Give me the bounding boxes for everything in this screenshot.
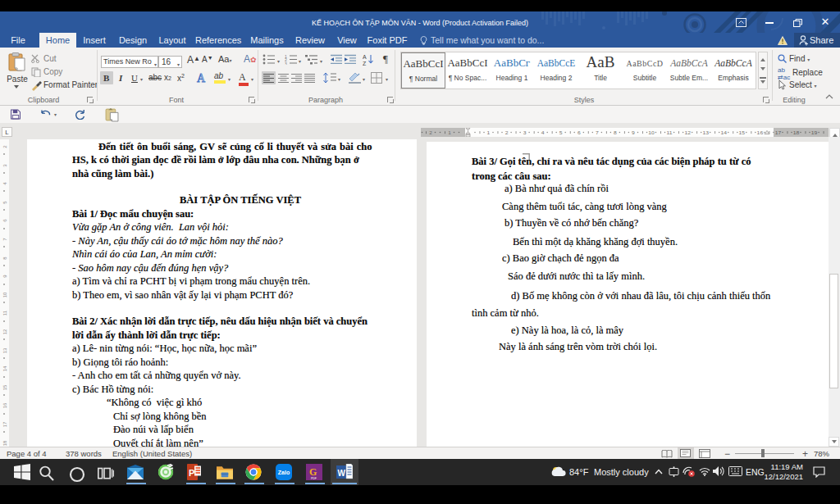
svg-text:14: 14 bbox=[721, 129, 728, 134]
svg-text:Z: Z bbox=[363, 61, 367, 66]
svg-text:W: W bbox=[338, 469, 346, 478]
svg-text:7: 7 bbox=[596, 129, 599, 134]
svg-text:10: 10 bbox=[648, 129, 655, 134]
svg-text:A: A bbox=[197, 72, 206, 84]
svg-text:2: 2 bbox=[505, 129, 509, 134]
svg-text:PDF: PDF bbox=[311, 477, 317, 480]
svg-text:5: 5 bbox=[559, 129, 563, 134]
svg-text:13: 13 bbox=[702, 129, 709, 134]
svg-text:Zalo: Zalo bbox=[278, 470, 290, 475]
svg-text:6: 6 bbox=[578, 129, 581, 134]
svg-text:8: 8 bbox=[614, 129, 617, 134]
svg-text:19: 19 bbox=[811, 129, 818, 134]
svg-text:A: A bbox=[363, 54, 367, 60]
svg-text:P: P bbox=[189, 468, 194, 478]
svg-text:1: 1 bbox=[487, 129, 491, 134]
svg-text:3: 3 bbox=[523, 129, 527, 134]
svg-text:4: 4 bbox=[541, 129, 545, 134]
svg-text:12: 12 bbox=[684, 129, 691, 134]
svg-text:11: 11 bbox=[667, 129, 673, 134]
svg-text:3: 3 bbox=[285, 61, 287, 66]
svg-text:9: 9 bbox=[632, 129, 635, 134]
svg-text:18: 18 bbox=[793, 129, 800, 134]
svg-text:17: 17 bbox=[775, 129, 782, 134]
svg-text:15: 15 bbox=[739, 129, 746, 134]
svg-text:16: 16 bbox=[757, 129, 764, 134]
